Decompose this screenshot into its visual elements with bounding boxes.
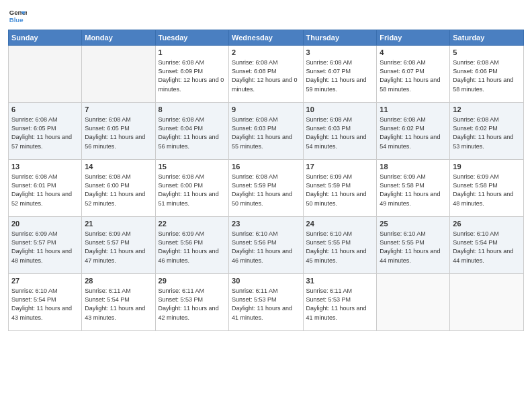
day-number: 9 bbox=[232, 105, 300, 115]
day-number: 22 bbox=[159, 219, 226, 229]
day-number: 2 bbox=[232, 48, 300, 58]
calendar-cell: 22Sunrise: 6:09 AMSunset: 5:56 PMDayligh… bbox=[155, 217, 228, 274]
cell-info: Sunrise: 6:09 AMSunset: 5:57 PMDaylight:… bbox=[11, 230, 79, 265]
day-number: 11 bbox=[380, 105, 447, 115]
calendar-cell: 28Sunrise: 6:11 AMSunset: 5:54 PMDayligh… bbox=[82, 274, 155, 331]
calendar-cell: 11Sunrise: 6:08 AMSunset: 6:02 PMDayligh… bbox=[377, 103, 450, 160]
day-number: 18 bbox=[380, 162, 447, 172]
cell-info: Sunrise: 6:08 AMSunset: 6:04 PMDaylight:… bbox=[159, 116, 226, 150]
calendar-cell: 15Sunrise: 6:08 AMSunset: 6:00 PMDayligh… bbox=[155, 160, 228, 217]
day-number: 13 bbox=[11, 162, 79, 172]
calendar-cell bbox=[450, 274, 524, 331]
calendar-cell: 10Sunrise: 6:08 AMSunset: 6:03 PMDayligh… bbox=[303, 103, 377, 160]
calendar-cell: 2Sunrise: 6:08 AMSunset: 6:08 PMDaylight… bbox=[229, 46, 303, 103]
day-number: 29 bbox=[159, 276, 226, 286]
cell-info: Sunrise: 6:09 AMSunset: 5:57 PMDaylight:… bbox=[85, 230, 152, 265]
col-header-thursday: Thursday bbox=[303, 30, 377, 46]
cell-info: Sunrise: 6:11 AMSunset: 5:53 PMDaylight:… bbox=[159, 287, 226, 322]
logo: General Blue bbox=[8, 7, 27, 26]
cell-info: Sunrise: 6:10 AMSunset: 5:55 PMDaylight:… bbox=[380, 230, 447, 265]
day-number: 30 bbox=[232, 276, 300, 286]
cell-info: Sunrise: 6:08 AMSunset: 6:02 PMDaylight:… bbox=[453, 116, 521, 150]
cell-info: Sunrise: 6:09 AMSunset: 5:56 PMDaylight:… bbox=[159, 230, 226, 265]
cell-info: Sunrise: 6:10 AMSunset: 5:54 PMDaylight:… bbox=[453, 230, 521, 265]
calendar-cell: 26Sunrise: 6:10 AMSunset: 5:54 PMDayligh… bbox=[450, 217, 524, 274]
calendar-cell: 5Sunrise: 6:08 AMSunset: 6:06 PMDaylight… bbox=[450, 46, 524, 103]
day-number: 14 bbox=[85, 162, 152, 172]
day-number: 31 bbox=[306, 276, 374, 286]
day-number: 4 bbox=[380, 48, 447, 58]
col-header-friday: Friday bbox=[377, 30, 450, 46]
calendar-cell: 21Sunrise: 6:09 AMSunset: 5:57 PMDayligh… bbox=[82, 217, 155, 274]
calendar-week-3: 13Sunrise: 6:08 AMSunset: 6:01 PMDayligh… bbox=[9, 160, 524, 217]
cell-info: Sunrise: 6:08 AMSunset: 6:08 PMDaylight:… bbox=[232, 58, 300, 93]
calendar-cell: 16Sunrise: 6:08 AMSunset: 5:59 PMDayligh… bbox=[229, 160, 303, 217]
calendar-table: SundayMondayTuesdayWednesdayThursdayFrid… bbox=[8, 30, 524, 331]
cell-info: Sunrise: 6:10 AMSunset: 5:54 PMDaylight:… bbox=[11, 287, 79, 322]
calendar-week-4: 20Sunrise: 6:09 AMSunset: 5:57 PMDayligh… bbox=[9, 217, 524, 274]
cell-info: Sunrise: 6:08 AMSunset: 6:00 PMDaylight:… bbox=[159, 173, 226, 208]
day-number: 24 bbox=[306, 219, 374, 229]
day-number: 3 bbox=[306, 48, 374, 58]
day-number: 28 bbox=[85, 276, 152, 286]
cell-info: Sunrise: 6:11 AMSunset: 5:53 PMDaylight:… bbox=[306, 287, 374, 322]
cell-info: Sunrise: 6:08 AMSunset: 6:03 PMDaylight:… bbox=[232, 116, 300, 150]
calendar-cell: 23Sunrise: 6:10 AMSunset: 5:56 PMDayligh… bbox=[229, 217, 303, 274]
cell-info: Sunrise: 6:11 AMSunset: 5:53 PMDaylight:… bbox=[232, 287, 300, 322]
calendar-cell: 19Sunrise: 6:09 AMSunset: 5:58 PMDayligh… bbox=[450, 160, 524, 217]
svg-text:Blue: Blue bbox=[9, 16, 24, 24]
cell-info: Sunrise: 6:08 AMSunset: 6:01 PMDaylight:… bbox=[11, 173, 79, 208]
calendar-cell: 25Sunrise: 6:10 AMSunset: 5:55 PMDayligh… bbox=[377, 217, 450, 274]
calendar-cell: 29Sunrise: 6:11 AMSunset: 5:53 PMDayligh… bbox=[155, 274, 228, 331]
calendar-cell: 17Sunrise: 6:09 AMSunset: 5:59 PMDayligh… bbox=[303, 160, 377, 217]
cell-info: Sunrise: 6:08 AMSunset: 6:06 PMDaylight:… bbox=[453, 58, 521, 93]
calendar-cell: 30Sunrise: 6:11 AMSunset: 5:53 PMDayligh… bbox=[229, 274, 303, 331]
calendar-cell bbox=[82, 46, 155, 103]
calendar-cell: 12Sunrise: 6:08 AMSunset: 6:02 PMDayligh… bbox=[450, 103, 524, 160]
day-number: 26 bbox=[453, 219, 521, 229]
cell-info: Sunrise: 6:10 AMSunset: 5:56 PMDaylight:… bbox=[232, 230, 300, 265]
day-number: 23 bbox=[232, 219, 300, 229]
calendar-cell: 6Sunrise: 6:08 AMSunset: 6:05 PMDaylight… bbox=[9, 103, 82, 160]
cell-info: Sunrise: 6:08 AMSunset: 6:00 PMDaylight:… bbox=[85, 173, 152, 208]
day-number: 25 bbox=[380, 219, 447, 229]
cell-info: Sunrise: 6:08 AMSunset: 6:03 PMDaylight:… bbox=[306, 116, 374, 150]
cell-info: Sunrise: 6:10 AMSunset: 5:55 PMDaylight:… bbox=[306, 230, 374, 265]
calendar-cell: 3Sunrise: 6:08 AMSunset: 6:07 PMDaylight… bbox=[303, 46, 377, 103]
calendar-cell: 18Sunrise: 6:09 AMSunset: 5:58 PMDayligh… bbox=[377, 160, 450, 217]
cell-info: Sunrise: 6:08 AMSunset: 6:05 PMDaylight:… bbox=[11, 116, 79, 150]
col-header-wednesday: Wednesday bbox=[229, 30, 303, 46]
day-number: 5 bbox=[453, 48, 521, 58]
day-number: 10 bbox=[306, 105, 374, 115]
calendar-header-row: SundayMondayTuesdayWednesdayThursdayFrid… bbox=[9, 30, 524, 46]
calendar-cell: 9Sunrise: 6:08 AMSunset: 6:03 PMDaylight… bbox=[229, 103, 303, 160]
day-number: 27 bbox=[11, 276, 79, 286]
calendar-cell bbox=[9, 46, 82, 103]
calendar-cell: 8Sunrise: 6:08 AMSunset: 6:04 PMDaylight… bbox=[155, 103, 228, 160]
day-number: 7 bbox=[85, 105, 152, 115]
day-number: 15 bbox=[159, 162, 226, 172]
calendar-cell: 20Sunrise: 6:09 AMSunset: 5:57 PMDayligh… bbox=[9, 217, 82, 274]
day-number: 6 bbox=[11, 105, 79, 115]
calendar-cell: 7Sunrise: 6:08 AMSunset: 6:05 PMDaylight… bbox=[82, 103, 155, 160]
logo-icon: General Blue bbox=[8, 7, 27, 26]
cell-info: Sunrise: 6:08 AMSunset: 6:02 PMDaylight:… bbox=[380, 116, 447, 150]
calendar-cell: 31Sunrise: 6:11 AMSunset: 5:53 PMDayligh… bbox=[303, 274, 377, 331]
cell-info: Sunrise: 6:08 AMSunset: 6:09 PMDaylight:… bbox=[159, 58, 226, 93]
calendar-week-2: 6Sunrise: 6:08 AMSunset: 6:05 PMDaylight… bbox=[9, 103, 524, 160]
day-number: 12 bbox=[453, 105, 521, 115]
day-number: 1 bbox=[159, 48, 226, 58]
calendar-cell: 4Sunrise: 6:08 AMSunset: 6:07 PMDaylight… bbox=[377, 46, 450, 103]
cell-info: Sunrise: 6:09 AMSunset: 5:58 PMDaylight:… bbox=[453, 173, 521, 208]
day-number: 19 bbox=[453, 162, 521, 172]
page: General Blue SundayMondayTuesdayWednesda… bbox=[0, 0, 532, 411]
cell-info: Sunrise: 6:08 AMSunset: 6:05 PMDaylight:… bbox=[85, 116, 152, 150]
calendar-cell: 1Sunrise: 6:08 AMSunset: 6:09 PMDaylight… bbox=[155, 46, 228, 103]
day-number: 16 bbox=[232, 162, 300, 172]
calendar-week-1: 1Sunrise: 6:08 AMSunset: 6:09 PMDaylight… bbox=[9, 46, 524, 103]
cell-info: Sunrise: 6:09 AMSunset: 5:58 PMDaylight:… bbox=[380, 173, 447, 208]
calendar-cell bbox=[377, 274, 450, 331]
calendar-cell: 13Sunrise: 6:08 AMSunset: 6:01 PMDayligh… bbox=[9, 160, 82, 217]
cell-info: Sunrise: 6:09 AMSunset: 5:59 PMDaylight:… bbox=[306, 173, 374, 208]
calendar-cell: 14Sunrise: 6:08 AMSunset: 6:00 PMDayligh… bbox=[82, 160, 155, 217]
